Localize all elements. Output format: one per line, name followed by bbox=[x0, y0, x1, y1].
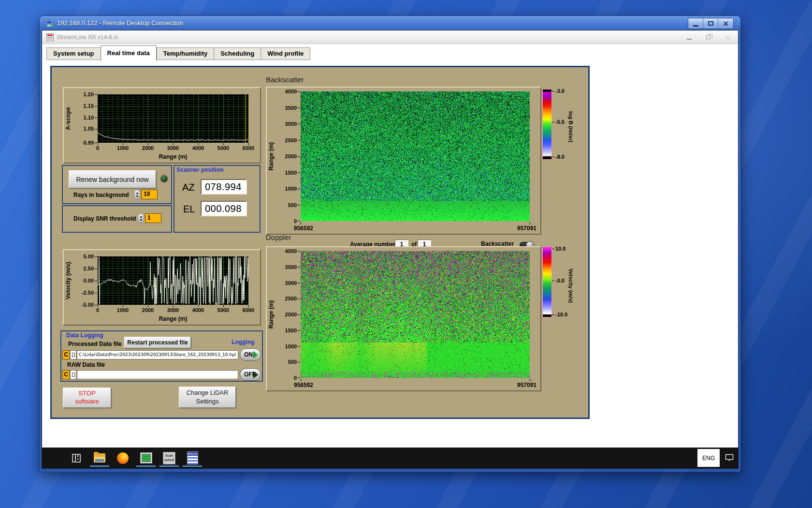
settings-line2: Settings bbox=[196, 397, 219, 406]
processed-path-field[interactable]: C:\Lidar\Data\Proc\2023\202309\20230913\… bbox=[77, 350, 238, 359]
off-lamp-icon bbox=[253, 371, 259, 378]
rdp-window-title: 192.168.0.122 - Remote Desktop Connectio… bbox=[57, 19, 183, 27]
stop-line1: STOP bbox=[78, 389, 95, 398]
file-explorer-icon[interactable] bbox=[93, 451, 106, 465]
remote-session-area: StreamLine XR v14-6.vi ✕ System setup Re… bbox=[42, 30, 738, 468]
processed-path-type-icon[interactable] bbox=[70, 350, 76, 359]
vi-window-controls: ✕ bbox=[687, 30, 730, 44]
backscatter-title: Backscatter bbox=[266, 75, 304, 84]
vi-minimize-button[interactable] bbox=[687, 39, 692, 40]
az-value-field[interactable]: 078.994 bbox=[201, 179, 247, 194]
el-value-field[interactable]: 000.098 bbox=[201, 201, 247, 216]
rdp-window: 192.168.0.122 - Remote Desktop Connectio… bbox=[40, 16, 740, 472]
logging-label: Logging bbox=[232, 339, 254, 345]
vi-window-title: StreamLine XR v14-6.vi bbox=[57, 34, 118, 41]
rays-spinner[interactable] bbox=[134, 190, 140, 199]
taskbar: Scansched WEEK ENG bbox=[42, 448, 738, 468]
firefox-icon[interactable] bbox=[116, 451, 129, 465]
stop-software-button[interactable]: STOP software bbox=[63, 388, 111, 408]
snr-threshold-label: Display SNR threshold bbox=[73, 215, 136, 222]
raw-drive-box[interactable]: C bbox=[62, 370, 70, 379]
doppler-heatmap-canvas bbox=[267, 247, 540, 390]
snr-threshold-box: Display SNR threshold 1 bbox=[62, 205, 172, 233]
backscatter-colorbar-gradient bbox=[542, 89, 552, 160]
doppler-colorbar-label: Velocity (m/s) bbox=[568, 250, 574, 321]
ascope-graph bbox=[63, 87, 261, 164]
az-label: AZ bbox=[182, 182, 195, 193]
raw-path-field[interactable] bbox=[77, 370, 238, 379]
doppler-cb-tick-min: -10.0 bbox=[555, 312, 567, 317]
backscatter-cb-tick-max: -3.0 bbox=[555, 88, 565, 94]
remote-desktop-icon bbox=[45, 19, 54, 27]
rdp-minimize-button[interactable] bbox=[688, 18, 703, 29]
raw-logging-off-button[interactable]: OFF bbox=[240, 368, 261, 381]
el-label: EL bbox=[183, 204, 195, 215]
ascope-plot-canvas bbox=[64, 88, 260, 163]
doppler-colorbar-gradient bbox=[542, 247, 552, 317]
doppler-cb-tick-max: 10.0 bbox=[555, 246, 566, 252]
snr-spinner[interactable] bbox=[138, 213, 144, 223]
language-indicator[interactable]: ENG bbox=[697, 449, 720, 467]
tab-system-setup[interactable]: System setup bbox=[46, 47, 101, 60]
background-controls-box: Renew background now Rays in background … bbox=[62, 165, 172, 204]
front-panel: Renew background now Rays in background … bbox=[42, 61, 738, 448]
vi-close-button[interactable]: ✕ bbox=[725, 34, 730, 41]
streamline-app-icon[interactable] bbox=[140, 451, 152, 465]
processed-data-file-label: Processed Data file bbox=[68, 341, 122, 347]
tab-wind-profile[interactable]: Wind profile bbox=[261, 47, 310, 60]
main-panel: Renew background now Rays in background … bbox=[50, 66, 590, 419]
snr-value-field[interactable]: 1 bbox=[145, 213, 161, 223]
tab-real-time-data[interactable]: Real time data bbox=[101, 45, 157, 61]
backscatter-cb-tick-min: -8.0 bbox=[555, 154, 565, 160]
scanner-position-box: Scanner position AZ 078.994 EL 000.098 bbox=[174, 165, 261, 233]
data-logging-title: Data Logging bbox=[66, 332, 103, 339]
doppler-graph bbox=[266, 246, 541, 391]
processed-logging-on-button[interactable]: ON bbox=[240, 348, 261, 361]
backscatter-cb-tick-mid: -5.5 bbox=[555, 119, 565, 125]
processed-drive-box[interactable]: C bbox=[62, 350, 70, 359]
scan-scheduler-icon[interactable]: Scansched bbox=[163, 451, 175, 465]
renew-background-button[interactable]: Renew background now bbox=[69, 170, 156, 188]
change-lidar-settings-button[interactable]: Change LiDAR Settings bbox=[179, 387, 236, 408]
data-logging-box: Data Logging Processed Data file Restart… bbox=[60, 330, 263, 382]
scanner-position-title: Scanner position bbox=[176, 166, 223, 173]
rays-in-background-label: Rays in background bbox=[73, 192, 129, 198]
velocity-graph bbox=[63, 249, 261, 326]
tab-scheduling[interactable]: Scheduling bbox=[214, 47, 261, 60]
notification-center-icon[interactable] bbox=[725, 453, 734, 464]
rdp-window-controls: ✕ bbox=[688, 18, 734, 29]
stop-line2: software bbox=[75, 398, 99, 406]
rdp-titlebar[interactable]: 192.168.0.122 - Remote Desktop Connectio… bbox=[40, 16, 740, 30]
raw-data-file-label: RAW Data file bbox=[67, 361, 105, 368]
renew-background-led bbox=[160, 175, 168, 183]
tab-bar: System setup Real time data Temp/humidit… bbox=[42, 44, 738, 61]
restart-processed-file-button[interactable]: Restart processed file bbox=[124, 337, 191, 348]
doppler-title: Doppler bbox=[266, 233, 291, 241]
desktop: 192.168.0.122 - Remote Desktop Connectio… bbox=[0, 0, 812, 508]
processed-path-text: C:\Lidar\Data\Proc\2023\202309\20230913\… bbox=[77, 351, 238, 359]
vi-restore-button[interactable] bbox=[706, 35, 710, 39]
backscatter-colorbar-label: log B (/m/sr) bbox=[568, 91, 574, 162]
rdp-maximize-button[interactable] bbox=[703, 18, 718, 29]
week-schedule-icon[interactable]: WEEK bbox=[186, 451, 199, 465]
settings-line1: Change LiDAR bbox=[187, 388, 229, 397]
raw-path-type-icon[interactable] bbox=[70, 370, 76, 379]
doppler-cb-tick-mid: -0.0 bbox=[555, 278, 565, 284]
tab-temp-humidity[interactable]: Temp/humidity bbox=[157, 47, 214, 60]
vi-app-icon bbox=[46, 33, 54, 43]
backscatter-heatmap-canvas bbox=[267, 88, 540, 234]
on-lamp-icon bbox=[253, 351, 259, 359]
task-view-icon[interactable] bbox=[70, 451, 83, 465]
rays-value-field[interactable]: 10 bbox=[141, 190, 158, 199]
rdp-close-button[interactable]: ✕ bbox=[718, 18, 733, 29]
backscatter-graph bbox=[266, 87, 541, 235]
vi-window-titlebar[interactable]: StreamLine XR v14-6.vi ✕ bbox=[42, 30, 738, 44]
on-label: ON bbox=[244, 351, 253, 358]
velocity-plot-canvas bbox=[64, 250, 260, 325]
close-icon: ✕ bbox=[723, 20, 729, 27]
